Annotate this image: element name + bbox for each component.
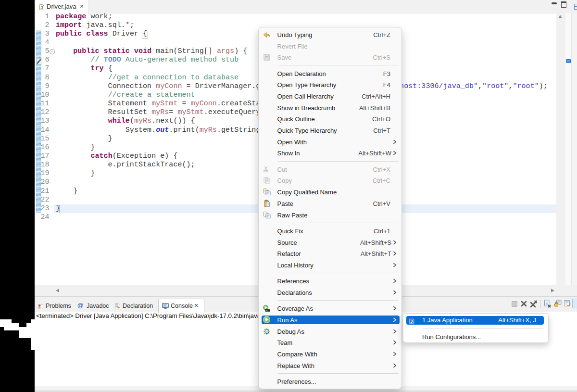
svg-text:J: J (40, 5, 43, 10)
svg-text:J: J (410, 319, 413, 324)
